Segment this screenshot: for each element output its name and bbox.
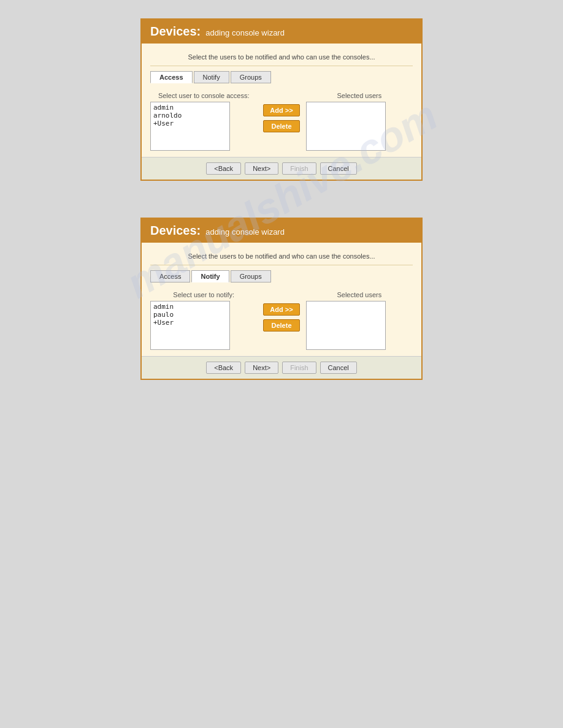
wizard-body-1: Select the users to be notified and who …: [142, 44, 421, 157]
delete-button-1[interactable]: Delete: [263, 120, 299, 132]
list-item[interactable]: admin: [153, 104, 227, 112]
right-section-1: Selected users: [306, 92, 413, 151]
next-button-2[interactable]: Next>: [245, 362, 278, 374]
list-item[interactable]: arnoldo: [153, 112, 227, 119]
back-button-2[interactable]: <Back: [206, 362, 241, 374]
selected-listbox-1[interactable]: [306, 102, 386, 151]
tabs-row-1: Access Notify Groups: [150, 71, 413, 83]
list-item[interactable]: +User: [153, 119, 227, 127]
wizard-footer-1: <Back Next> Finish Cancel: [142, 157, 421, 180]
wizard-instruction-1: Select the users to be notified and who …: [150, 50, 413, 66]
wizard-header-2: Devices: adding console wizard: [142, 219, 421, 243]
finish-button-1[interactable]: Finish: [282, 162, 316, 175]
wizard-panel-1: Devices: adding console wizard Select th…: [140, 18, 423, 181]
add-button-1[interactable]: Add >>: [263, 104, 299, 116]
wizard-footer-2: <Back Next> Finish Cancel: [142, 356, 421, 379]
wizard-instruction-2: Select the users to be notified and who …: [150, 249, 413, 265]
next-button-1[interactable]: Next>: [245, 162, 278, 175]
right-section-2: Selected users: [306, 291, 413, 350]
finish-button-2[interactable]: Finish: [282, 362, 316, 374]
content-area-2: Select user to notify: admin paulo +User…: [150, 289, 413, 356]
cancel-button-2[interactable]: Cancel: [320, 362, 357, 374]
wizard-title-1: Devices:: [150, 25, 201, 39]
list-item[interactable]: +User: [153, 319, 227, 327]
delete-button-2[interactable]: Delete: [263, 319, 299, 332]
list-item[interactable]: admin: [153, 303, 227, 311]
user-listbox-1[interactable]: admin arnoldo +User: [150, 102, 230, 151]
wizard-subtitle-2: adding console wizard: [205, 227, 285, 237]
wizard-body-2: Select the users to be notified and who …: [142, 243, 421, 356]
left-label-2: Select user to notify:: [150, 291, 257, 298]
tabs-row-2: Access Notify Groups: [150, 270, 413, 282]
tab-access-1[interactable]: Access: [150, 71, 193, 83]
left-section-2: Select user to notify: admin paulo +User: [150, 291, 257, 350]
left-label-1: Select user to console access:: [150, 92, 257, 99]
tab-access-2[interactable]: Access: [150, 270, 190, 282]
selected-listbox-2[interactable]: [306, 301, 386, 350]
middle-buttons-2: Add >> Delete: [263, 291, 299, 332]
content-area-1: Select user to console access: admin arn…: [150, 89, 413, 157]
right-label-2: Selected users: [306, 291, 413, 298]
back-button-1[interactable]: <Back: [206, 162, 241, 175]
wizard-title-2: Devices:: [150, 224, 201, 238]
page-wrapper: manualshive.com Devices: adding console …: [0, 0, 563, 728]
right-label-1: Selected users: [306, 92, 413, 99]
tab-groups-1[interactable]: Groups: [231, 71, 271, 83]
list-item[interactable]: paulo: [153, 311, 227, 319]
user-listbox-2[interactable]: admin paulo +User: [150, 301, 230, 350]
add-button-2[interactable]: Add >>: [263, 303, 299, 316]
tab-notify-2[interactable]: Notify: [191, 270, 229, 282]
cancel-button-1[interactable]: Cancel: [320, 162, 357, 175]
tab-groups-2[interactable]: Groups: [231, 270, 271, 282]
left-section-1: Select user to console access: admin arn…: [150, 92, 257, 151]
wizard-panel-2: Devices: adding console wizard Select th…: [140, 218, 423, 380]
panels-container: manualshive.com Devices: adding console …: [0, 18, 563, 380]
wizard-subtitle-1: adding console wizard: [205, 28, 285, 37]
tab-notify-1[interactable]: Notify: [194, 71, 229, 83]
wizard-header-1: Devices: adding console wizard: [142, 20, 421, 44]
middle-buttons-1: Add >> Delete: [263, 92, 299, 132]
